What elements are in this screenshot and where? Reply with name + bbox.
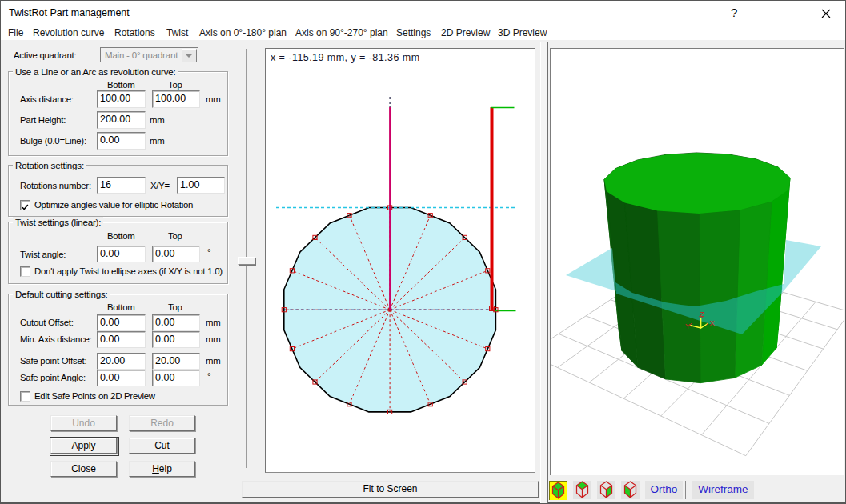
svg-text:Y: Y (685, 322, 691, 330)
svg-text:X: X (710, 318, 716, 327)
svg-text:Z: Z (700, 310, 704, 318)
